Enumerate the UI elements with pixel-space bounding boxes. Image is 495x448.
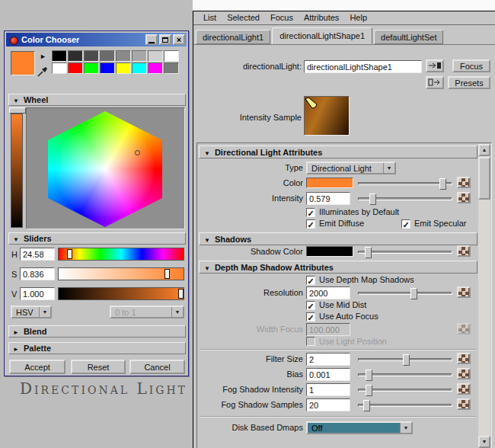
hue-slider[interactable] <box>58 248 184 261</box>
palette-swatch[interactable] <box>100 50 115 62</box>
shadow-color-slider-thumb[interactable] <box>365 247 372 258</box>
intensity-input[interactable] <box>306 192 350 205</box>
vertical-scrollbar[interactable]: ▲ ▼ <box>478 144 490 448</box>
palette-swatch[interactable] <box>132 50 147 62</box>
menu-attributes[interactable]: Attributes <box>299 11 344 24</box>
menu-help[interactable]: Help <box>344 11 372 24</box>
palette-swatch[interactable] <box>148 62 163 74</box>
node-name-input[interactable] <box>304 60 422 73</box>
fog-shadow-intensity-map-button[interactable] <box>457 383 471 395</box>
cancel-button[interactable]: Cancel <box>129 360 185 374</box>
bias-slider[interactable] <box>358 373 452 376</box>
restore-button[interactable] <box>159 34 171 45</box>
palette-swatch[interactable] <box>164 50 179 62</box>
palette-swatch[interactable] <box>68 62 83 74</box>
window-titlebar[interactable]: Color Chooser × <box>6 33 187 46</box>
bias-slider-thumb[interactable] <box>366 370 372 381</box>
value-strip[interactable] <box>11 114 23 228</box>
value-slider[interactable] <box>58 287 184 300</box>
eyedropper-button[interactable] <box>37 66 50 78</box>
section-blend[interactable]: ►Blend <box>8 325 186 338</box>
fog-shadow-intensity-slider[interactable] <box>358 389 452 392</box>
palette-swatch[interactable] <box>100 62 115 74</box>
palette-swatch[interactable] <box>116 62 131 74</box>
palette-swatch[interactable] <box>84 62 99 74</box>
focus-button[interactable]: Focus <box>452 59 490 72</box>
shadow-color-slider[interactable] <box>358 251 452 254</box>
hue-slider-handle[interactable] <box>67 249 72 259</box>
hue-input[interactable] <box>20 248 55 261</box>
palette-swatch[interactable] <box>52 50 67 62</box>
section-directional-light-attributes[interactable]: ▼Directional Light Attributes <box>199 146 477 158</box>
value-slider-handle[interactable] <box>178 289 184 299</box>
resolution-slider[interactable] <box>358 292 452 295</box>
color-wheel-hexagon[interactable] <box>48 111 162 227</box>
shadow-color-swatch[interactable] <box>306 246 353 257</box>
section-sliders[interactable]: ▼Sliders <box>8 232 186 245</box>
color-slider-thumb[interactable] <box>439 178 446 190</box>
fog-shadow-samples-slider[interactable] <box>358 404 452 407</box>
menu-selected[interactable]: Selected <box>222 11 265 24</box>
value-strip-handle[interactable] <box>9 107 26 114</box>
close-button[interactable]: × <box>173 34 185 45</box>
fog-shadow-samples-input[interactable] <box>306 398 350 411</box>
resolution-input[interactable] <box>306 286 350 299</box>
palette-swatch[interactable] <box>148 50 163 62</box>
palette-swatch[interactable] <box>164 62 179 74</box>
intensity-map-button[interactable] <box>457 192 471 203</box>
resolution-map-button[interactable] <box>457 286 471 298</box>
fog-shadow-intensity-input[interactable] <box>306 383 350 396</box>
emit-specular-checkbox[interactable]: ✓Emit Specular <box>401 219 466 229</box>
color-swatch[interactable] <box>306 178 353 188</box>
fog-shadow-samples-map-button[interactable] <box>457 398 471 410</box>
resolution-slider-thumb[interactable] <box>410 288 417 299</box>
shadow-color-map-button[interactable] <box>457 245 471 257</box>
saturation-slider[interactable] <box>58 267 184 280</box>
saturation-slider-handle[interactable] <box>164 269 170 279</box>
illuminates-by-default-checkbox[interactable]: ✓Illuminates by Default <box>306 207 399 217</box>
palette-swatch[interactable] <box>116 50 131 62</box>
fog-shadow-samples-slider-thumb[interactable] <box>363 400 370 411</box>
filter-size-input[interactable] <box>306 353 350 366</box>
palette-swatch[interactable] <box>84 50 99 62</box>
use-depth-map-shadows-checkbox[interactable]: ✓Use Depth Map Shadows <box>306 275 414 285</box>
select-node-button[interactable] <box>426 59 444 72</box>
accept-button[interactable]: Accept <box>9 360 65 374</box>
saturation-input[interactable] <box>20 267 55 280</box>
palette-swatch[interactable] <box>68 50 83 62</box>
section-wheel[interactable]: ▼Wheel <box>8 94 186 106</box>
scroll-down-button[interactable]: ▼ <box>478 436 490 448</box>
color-mode-dropdown[interactable]: HSV▼ <box>11 306 52 318</box>
scroll-up-button[interactable]: ▲ <box>478 144 490 156</box>
palette-swatch[interactable] <box>52 62 67 74</box>
tab-defaultlightset[interactable]: defaultLightSet <box>374 30 443 44</box>
emit-diffuse-checkbox[interactable]: ✓Emit Diffuse <box>306 219 364 229</box>
palette-swatch[interactable] <box>132 62 147 74</box>
section-shadows[interactable]: ▼Shadows <box>199 232 477 245</box>
menu-list[interactable]: List <box>198 11 222 24</box>
tab-directionallight1[interactable]: directionalLight1 <box>196 30 270 44</box>
color-slider[interactable] <box>358 182 452 185</box>
reset-button[interactable]: Reset <box>71 360 126 374</box>
color-map-button[interactable] <box>457 177 471 188</box>
intensity-slider-thumb[interactable] <box>369 194 376 205</box>
section-depth-map-shadow-attributes[interactable]: ▼Depth Map Shadow Attributes <box>199 261 477 274</box>
filter-size-slider-thumb[interactable] <box>403 354 410 366</box>
type-dropdown[interactable]: Directional Light▼ <box>306 162 396 174</box>
presets-button[interactable]: Presets <box>448 76 490 89</box>
filter-size-map-button[interactable] <box>457 353 471 364</box>
fog-shadow-intensity-slider-thumb[interactable] <box>366 385 372 396</box>
use-auto-focus-checkbox[interactable]: ✓Use Auto Focus <box>306 312 378 322</box>
intensity-sample-swatch[interactable] <box>304 96 350 136</box>
menu-focus[interactable]: Focus <box>265 11 299 24</box>
copy-tab-button[interactable] <box>426 76 444 89</box>
use-mid-dist-checkbox[interactable]: ✓Use Mid Dist <box>306 300 366 310</box>
disk-based-dmaps-dropdown[interactable]: Off▼ <box>306 421 413 434</box>
intensity-slider[interactable] <box>358 197 452 200</box>
bias-map-button[interactable] <box>457 368 471 379</box>
tab-directionallightshape1[interactable]: directionalLightShape1 <box>272 27 372 44</box>
section-palette[interactable]: ►Palette <box>8 342 186 354</box>
scrollbar-thumb[interactable] <box>478 157 490 200</box>
value-input[interactable] <box>20 287 55 300</box>
filter-size-slider[interactable] <box>358 358 452 361</box>
